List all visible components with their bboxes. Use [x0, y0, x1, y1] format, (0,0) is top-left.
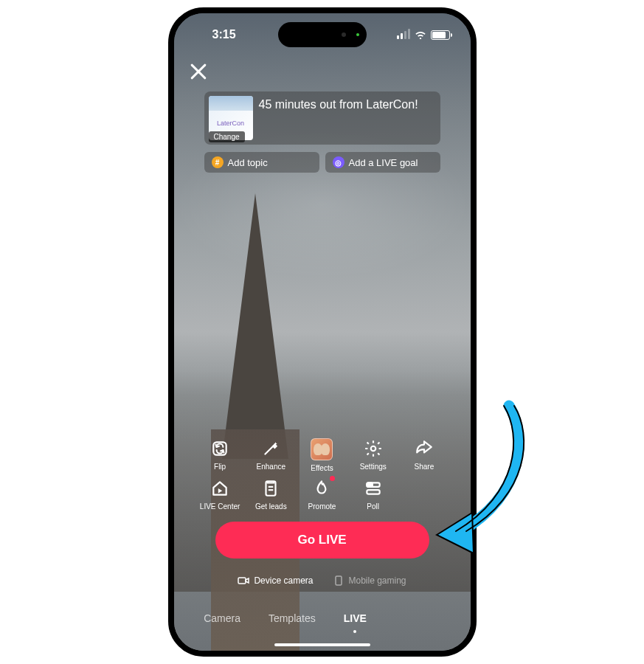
mode-row: Camera Templates LIVE: [174, 612, 471, 624]
go-live-button[interactable]: Go LIVE: [215, 522, 429, 558]
svg-rect-10: [367, 490, 379, 494]
get-leads-button[interactable]: Get leads: [248, 478, 294, 511]
svg-rect-11: [367, 483, 373, 486]
camera-icon: [238, 575, 249, 586]
effects-button[interactable]: Effects: [299, 438, 345, 472]
device-camera-option[interactable]: Device camera: [238, 575, 313, 586]
chip-label: Add a LIVE goal: [349, 157, 418, 168]
tools-grid: Flip Enhance Effects Settings Share: [197, 438, 448, 511]
dynamic-island: [278, 22, 367, 47]
flip-icon: [210, 438, 230, 459]
chip-label: Add topic: [228, 157, 268, 168]
poll-button[interactable]: Poll: [350, 478, 396, 511]
svg-rect-12: [238, 578, 246, 584]
mode-live[interactable]: LIVE: [344, 612, 367, 624]
mode-camera[interactable]: Camera: [204, 612, 240, 624]
promote-icon: [311, 478, 332, 499]
live-center-icon: [210, 478, 230, 499]
svg-point-4: [370, 446, 375, 452]
enhance-button[interactable]: Enhance: [248, 438, 294, 472]
status-time: 3:15: [212, 28, 236, 41]
svg-marker-5: [218, 488, 222, 494]
add-live-goal-chip[interactable]: ◎ Add a LIVE goal: [325, 152, 440, 173]
battery-icon: [431, 30, 450, 40]
enhance-icon: [260, 438, 281, 459]
mode-templates[interactable]: Templates: [269, 612, 316, 624]
hash-icon: #: [212, 156, 224, 168]
mobile-gaming-option[interactable]: Mobile gaming: [333, 575, 406, 586]
target-icon: ◎: [333, 156, 344, 168]
close-button[interactable]: [187, 60, 210, 83]
share-button[interactable]: Share: [401, 438, 447, 472]
phone-frame: 3:15 LaterCon 45 minutes out from LaterC…: [168, 7, 477, 657]
source-row: Device camera Mobile gaming: [174, 575, 471, 586]
svg-rect-13: [336, 576, 342, 585]
chip-row: # Add topic ◎ Add a LIVE goal: [204, 152, 440, 173]
get-leads-icon: [260, 478, 281, 499]
live-center-button[interactable]: LIVE Center: [197, 478, 243, 511]
add-topic-chip[interactable]: # Add topic: [204, 152, 319, 173]
promote-button[interactable]: Promote: [299, 478, 345, 511]
share-icon: [414, 438, 434, 459]
mobile-icon: [333, 575, 344, 586]
settings-button[interactable]: Settings: [350, 438, 396, 472]
settings-icon: [363, 438, 384, 459]
cellular-signal-icon: [397, 30, 410, 39]
source-label: Mobile gaming: [348, 575, 406, 586]
source-label: Device camera: [254, 575, 313, 586]
svg-line-3: [266, 446, 274, 454]
wifi-icon: [415, 30, 426, 39]
notification-dot-icon: [330, 476, 335, 481]
live-title-text: 45 minutes out from LaterCon!: [259, 96, 436, 111]
home-indicator[interactable]: [274, 643, 370, 646]
change-cover-button[interactable]: Change: [209, 131, 245, 142]
flip-button[interactable]: Flip: [197, 438, 243, 472]
poll-icon: [363, 478, 384, 499]
live-title-card[interactable]: LaterCon 45 minutes out from LaterCon! C…: [204, 91, 440, 145]
effects-icon: [311, 438, 333, 460]
